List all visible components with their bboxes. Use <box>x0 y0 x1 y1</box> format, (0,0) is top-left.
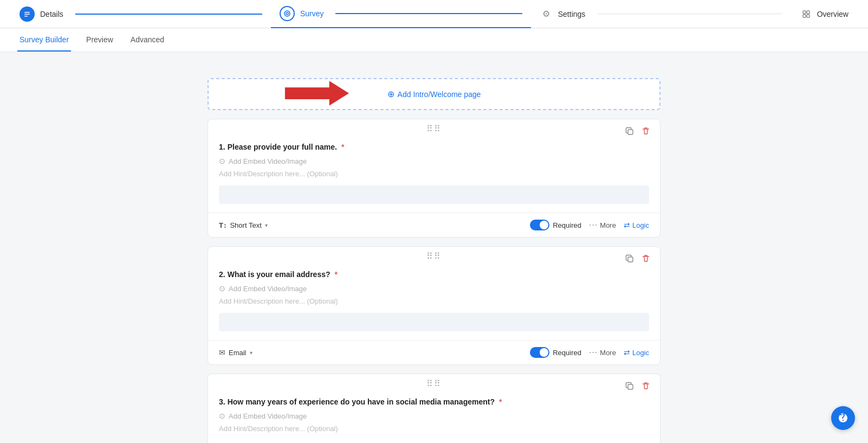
svg-point-3 <box>284 11 290 16</box>
embed-video-2[interactable]: ⊙ Add Embed Video/Image <box>219 284 649 293</box>
embed-video-1[interactable]: ⊙ Add Embed Video/Image <box>219 157 649 165</box>
copy-button-3[interactable] <box>624 381 635 394</box>
more-dots-2: ··· <box>589 348 598 357</box>
delete-button-2[interactable] <box>640 253 651 266</box>
answer-input-1[interactable] <box>219 185 649 204</box>
survey-icon <box>280 6 295 21</box>
logic-icon-1: ⇄ <box>624 221 630 229</box>
arrow-pointer <box>284 80 349 108</box>
field-type-chevron-2: ▾ <box>250 350 252 356</box>
tab-preview[interactable]: Preview <box>84 28 115 52</box>
svg-rect-10 <box>628 130 633 134</box>
svg-rect-6 <box>807 11 809 14</box>
svg-marker-9 <box>285 81 349 105</box>
top-navigation: Details Survey ⚙ Settings <box>0 0 868 28</box>
tab-advanced[interactable]: Advanced <box>128 28 166 52</box>
svg-point-4 <box>286 12 288 15</box>
logic-button-1[interactable]: ⇄ Logic <box>624 221 649 229</box>
field-type-2[interactable]: ✉ Email ▾ <box>219 348 252 357</box>
settings-label: Settings <box>558 10 586 18</box>
card-footer-2: ✉ Email ▾ Required ··· More ⇄ Logi <box>208 340 660 364</box>
add-intro-label: Add Intro/Welcome page <box>398 90 481 99</box>
question-label-1: 1. Please provide your full name. * <box>219 143 649 151</box>
svg-rect-2 <box>24 16 28 17</box>
field-type-icon-1: T↕ <box>219 221 226 229</box>
details-label: Details <box>40 10 63 18</box>
required-star-1: * <box>341 143 344 151</box>
hint-text-2[interactable]: Add Hint/Description here... (Optional) <box>219 297 649 305</box>
nav-details[interactable]: Details <box>11 7 271 22</box>
nav-settings[interactable]: ⚙ Settings <box>531 8 791 21</box>
svg-rect-7 <box>803 15 806 17</box>
card-footer-1: T↕ Short Text ▾ Required ··· More ⇄ <box>208 213 660 237</box>
svg-rect-12 <box>628 384 633 389</box>
overview-label: Overview <box>817 10 848 18</box>
question-card-3: ⠿⠿ 3. How many years of experie <box>208 374 660 443</box>
field-type-chevron-1: ▾ <box>265 222 268 228</box>
svg-rect-1 <box>24 14 30 15</box>
delete-button-3[interactable] <box>640 381 651 394</box>
question-card-1: ⠿⠿ 1. Please provide your full <box>208 119 660 237</box>
question-label-2: 2. What is your email address? * <box>219 270 649 279</box>
field-type-icon-2: ✉ <box>219 348 225 357</box>
footer-right-2: Required ··· More ⇄ Logic <box>530 347 649 358</box>
hint-text-3[interactable]: Add Hint/Description here... (Optional) <box>219 425 649 433</box>
copy-button-1[interactable] <box>624 126 635 139</box>
field-type-1[interactable]: T↕ Short Text ▾ <box>219 221 268 229</box>
card-actions-3 <box>624 381 651 394</box>
gear-icon: ⚙ <box>540 8 553 21</box>
delete-button-1[interactable] <box>640 126 651 139</box>
svg-rect-8 <box>807 15 809 17</box>
embed-icon-1: ⊙ <box>219 157 225 165</box>
add-intro-text[interactable]: ⊕ Add Intro/Welcome page <box>387 89 481 99</box>
card-body-3: 3. How many years of experience do you h… <box>208 391 660 443</box>
sub-tabs: Survey Builder Preview Advanced <box>0 28 868 52</box>
survey-label: Survey <box>300 9 324 18</box>
svg-rect-0 <box>24 12 30 13</box>
nav-survey[interactable]: Survey <box>271 0 531 28</box>
details-icon <box>20 7 35 22</box>
main-content: ⊕ Add Intro/Welcome page ⠿⠿ <box>190 65 678 443</box>
svg-rect-5 <box>803 11 806 14</box>
tab-survey-builder[interactable]: Survey Builder <box>17 28 71 52</box>
copy-button-2[interactable] <box>624 253 635 266</box>
question-label-3: 3. How many years of experience do you h… <box>219 397 649 406</box>
required-star-3: * <box>499 397 502 406</box>
more-dots-1: ··· <box>589 220 598 230</box>
footer-right-1: Required ··· More ⇄ Logic <box>530 220 649 230</box>
embed-icon-2: ⊙ <box>219 284 225 293</box>
overview-icon <box>800 8 813 21</box>
card-body-2: 2. What is your email address? * ⊙ Add E… <box>208 264 660 340</box>
svg-rect-11 <box>628 257 633 262</box>
card-body-1: 1. Please provide your full name. * ⊙ Ad… <box>208 136 660 213</box>
question-card-2: ⠿⠿ 2. What is your email addres <box>208 246 660 365</box>
answer-input-2[interactable] <box>219 313 649 331</box>
toggle-1[interactable] <box>530 220 549 230</box>
more-button-1[interactable]: ··· More <box>589 220 616 230</box>
hint-text-1[interactable]: Add Hint/Description here... (Optional) <box>219 170 649 178</box>
toggle-2[interactable] <box>530 347 549 358</box>
drag-handle-2[interactable]: ⠿⠿ <box>208 247 660 264</box>
drag-handle-1[interactable]: ⠿⠿ <box>208 119 660 136</box>
required-star-2: * <box>335 270 338 279</box>
add-intro-plus-icon: ⊕ <box>387 89 394 99</box>
nav-overview[interactable]: Overview <box>791 8 857 21</box>
card-actions-1 <box>624 126 651 139</box>
help-button[interactable] <box>831 406 855 430</box>
embed-video-3[interactable]: ⊙ Add Embed Video/Image <box>219 412 649 420</box>
add-intro-box[interactable]: ⊕ Add Intro/Welcome page <box>208 78 660 110</box>
card-actions-2 <box>624 253 651 266</box>
required-toggle-1[interactable]: Required <box>530 220 581 230</box>
logic-icon-2: ⇄ <box>624 348 630 357</box>
drag-handle-3[interactable]: ⠿⠿ <box>208 374 660 391</box>
logic-button-2[interactable]: ⇄ Logic <box>624 348 649 357</box>
embed-icon-3: ⊙ <box>219 412 225 420</box>
required-toggle-2[interactable]: Required <box>530 347 581 358</box>
more-button-2[interactable]: ··· More <box>589 348 616 357</box>
